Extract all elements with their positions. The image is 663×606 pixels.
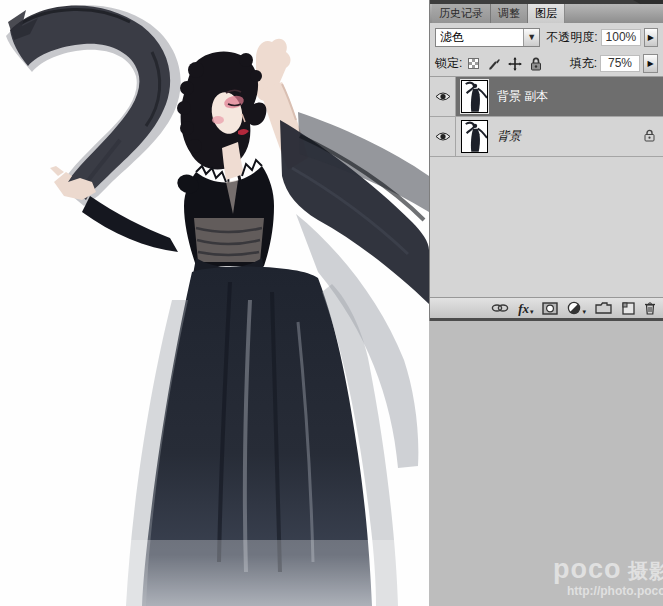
layer-name: 背景 xyxy=(497,128,521,145)
canvas-gray-area: poco 摄影专 http://photo.poco.c xyxy=(429,321,663,606)
opacity-label: 不透明度: xyxy=(546,29,597,46)
panel-tab-bar: 历史记录 调整 图层 xyxy=(430,4,663,23)
opacity-value[interactable]: 100% xyxy=(601,29,641,46)
layer-row-background-copy[interactable]: 背景 副本 xyxy=(430,77,663,117)
layers-bottom-toolbar: fx▾ ▾ xyxy=(430,297,663,321)
delete-layer-trash-icon[interactable] xyxy=(644,301,656,315)
watermark-brand: poco xyxy=(553,554,622,584)
lock-position-icon[interactable] xyxy=(507,56,523,72)
screenshot-root: 历史记录 调整 图层 滤色 ▼ 不透明度: 100% ▶ 锁定: xyxy=(0,0,663,606)
fill-slider-button[interactable]: ▶ xyxy=(643,54,658,73)
new-group-icon[interactable] xyxy=(595,302,612,314)
layer-name: 背景 副本 xyxy=(497,88,548,105)
tab-history[interactable]: 历史记录 xyxy=(432,4,491,23)
watermark-url: http://photo.poco.c xyxy=(553,584,663,598)
new-adjustment-layer-icon[interactable]: ▾ xyxy=(567,301,586,315)
model-midriff-lace xyxy=(194,218,264,262)
blend-mode-value: 滤色 xyxy=(436,29,523,46)
lock-brush-icon[interactable] xyxy=(486,56,502,72)
right-column: 历史记录 调整 图层 滤色 ▼ 不透明度: 100% ▶ 锁定: xyxy=(429,0,663,606)
lock-all-icon[interactable] xyxy=(528,56,544,72)
layers-list: 背景 副本 xyxy=(430,77,663,297)
lock-label: 锁定: xyxy=(435,55,462,72)
fill-value[interactable]: 75% xyxy=(600,55,640,72)
new-layer-icon[interactable] xyxy=(621,302,635,315)
layer-thumbnail[interactable] xyxy=(461,120,488,153)
model-photo-figure xyxy=(0,0,429,606)
lock-transparency-icon[interactable] xyxy=(465,56,481,72)
layer-lock-icon xyxy=(644,128,655,146)
visibility-eye-icon[interactable] xyxy=(435,91,451,102)
layer-row-background[interactable]: 背景 xyxy=(430,117,663,157)
watermark-caption: 摄影专 xyxy=(621,560,663,582)
photo-area xyxy=(0,0,429,606)
poco-watermark: poco 摄影专 http://photo.poco.c xyxy=(553,556,663,598)
chevron-down-icon[interactable]: ▼ xyxy=(523,29,539,46)
dropdown-caret-icon: ▾ xyxy=(582,308,586,315)
opacity-slider-button[interactable]: ▶ xyxy=(644,28,658,47)
visibility-eye-icon[interactable] xyxy=(435,131,451,142)
layer-styles-fx-icon[interactable]: fx▾ xyxy=(518,302,533,315)
tab-layers[interactable]: 图层 xyxy=(528,4,565,23)
fill-label: 填充: xyxy=(570,55,597,72)
link-layers-icon[interactable] xyxy=(491,303,509,313)
blend-mode-row: 滤色 ▼ 不透明度: 100% ▶ xyxy=(430,23,663,51)
dropdown-caret-icon: ▾ xyxy=(530,308,534,315)
add-layer-mask-icon[interactable] xyxy=(542,302,558,315)
tab-adjustments[interactable]: 调整 xyxy=(491,4,528,23)
lock-row: 锁定: 填充: 75% ▶ xyxy=(430,51,663,77)
layers-panel: 历史记录 调整 图层 滤色 ▼ 不透明度: 100% ▶ 锁定: xyxy=(429,0,663,321)
blend-mode-select[interactable]: 滤色 ▼ xyxy=(435,28,540,47)
layer-thumbnail[interactable] xyxy=(461,80,488,113)
